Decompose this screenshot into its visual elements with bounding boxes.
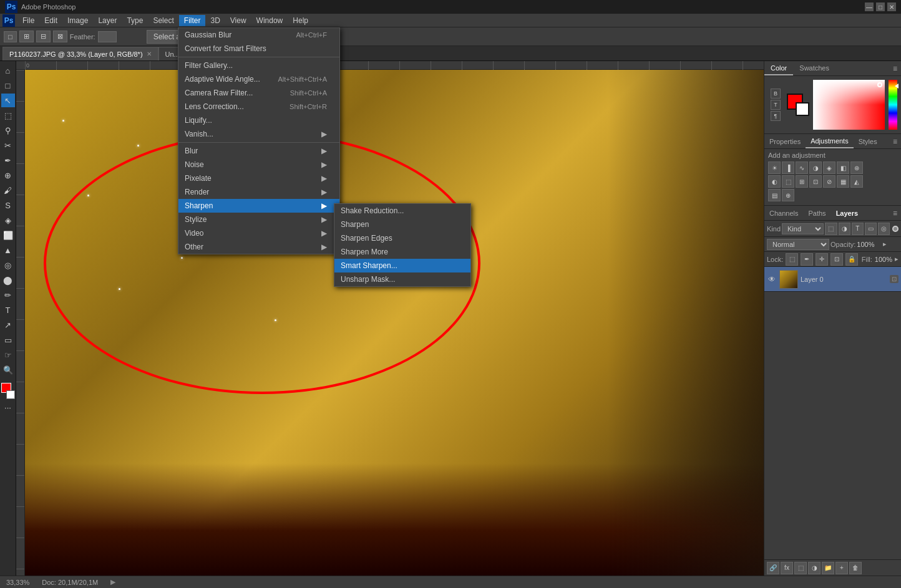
magic-wand-tool[interactable]: ⚲ [1,123,15,137]
levels-adj[interactable]: ▐ [782,161,794,174]
lock-image-btn[interactable]: ✒ [801,253,813,266]
shape-filter[interactable]: ▭ [865,223,877,235]
opacity-arrow[interactable]: ▸ [883,240,887,248]
hand-tool[interactable]: ☞ [1,348,15,362]
filter-gallery[interactable]: Filter Gallery... [178,59,339,72]
home-tool[interactable]: ⌂ [1,64,15,77]
filter-blur[interactable]: Blur ▶ [178,144,339,158]
menu-file[interactable]: File [17,15,39,26]
filter-sharpen[interactable]: Sharpen ▶ [178,199,339,213]
color-panel-menu[interactable]: ≡ [889,62,901,75]
layer-link-btn[interactable]: 🔗 [767,562,779,574]
sharpen-more[interactable]: Sharpen More [334,245,470,259]
filter-liquify[interactable]: Liquify... [178,113,339,127]
paragraph-icon[interactable]: ¶ [771,111,781,121]
blur-tool[interactable]: ◎ [1,258,15,272]
lock-all-btn[interactable]: 🔒 [845,253,858,266]
tab-adjustments[interactable]: Adjustments [806,135,854,148]
lock-artboard-btn[interactable]: ⊡ [830,253,843,266]
exposure-adj[interactable]: ◑ [809,161,822,174]
healing-tool[interactable]: ⊕ [1,168,15,182]
menu-select[interactable]: Select [148,15,178,26]
bg-color-swatch[interactable] [6,390,15,399]
pen-tool[interactable]: ✏ [1,288,15,302]
lasso-tool[interactable]: ⬚ [1,108,15,122]
forward-arrow-icon[interactable]: ▶ [110,578,115,586]
history-tool[interactable]: ◈ [1,213,15,227]
hue-bar[interactable] [889,80,897,130]
channel-mixer-adj[interactable]: ⊞ [796,175,808,188]
close-button[interactable]: ✕ [887,2,896,11]
brightness-contrast-adj[interactable]: ☀ [768,161,781,174]
filter-video[interactable]: Video ▶ [178,226,339,240]
smart-filter[interactable]: ◎ [878,223,890,235]
filter-noise[interactable]: Noise ▶ [178,158,339,171]
vibrance-adj[interactable]: ◈ [823,161,835,174]
brush-tool[interactable]: 🖌 [1,183,15,197]
layers-panel-menu[interactable]: ≡ [889,206,901,220]
minimize-button[interactable]: — [865,2,874,11]
sharpen-shake-reduction[interactable]: Shake Reduction... [334,204,470,218]
move-tool[interactable]: ↖ [1,94,15,107]
tab-main-image[interactable]: P1160237.JPG @ 33,3% (Layer 0, RGB/8*) ✕ [2,47,158,60]
intersect-selection-btn[interactable]: ⊠ [53,31,67,42]
color-lookup-adj[interactable]: ⊡ [809,175,822,188]
layer-delete-btn[interactable]: 🗑 [849,562,862,574]
posterize-adj[interactable]: ▦ [837,175,849,188]
subtract-selection-btn[interactable]: ⊟ [36,31,51,42]
adjustment-filter[interactable]: ◑ [839,223,850,235]
maximize-button[interactable]: □ [876,2,885,11]
filter-convert-smart[interactable]: Convert for Smart Filters [178,42,339,55]
tab-close-icon[interactable]: ✕ [147,51,152,57]
gradient-tool[interactable]: ▲ [1,243,15,257]
tab-swatches[interactable]: Swatches [793,62,835,75]
menu-window[interactable]: Window [251,15,288,26]
eyedropper-tool[interactable]: ✒ [1,153,15,167]
lock-position-btn[interactable]: ✛ [816,253,828,266]
crop-tool[interactable]: ✂ [1,138,15,152]
menu-type[interactable]: Type [122,15,148,26]
sharpen-sharpen[interactable]: Sharpen [334,218,470,231]
menu-layer[interactable]: Layer [93,15,122,26]
color-fg-bg[interactable] [787,94,809,116]
type-tool[interactable]: T [1,303,15,317]
menu-view[interactable]: View [225,15,251,26]
filter-render[interactable]: Render ▶ [178,185,339,199]
filter-camera-raw[interactable]: Camera Raw Filter... Shift+Ctrl+A [178,86,339,100]
filter-stylize[interactable]: Stylize ▶ [178,213,339,226]
color-spectrum[interactable] [813,80,885,130]
filter-lens-correction[interactable]: Lens Correction... Shift+Ctrl+R [178,100,339,113]
filter-adaptive-wide[interactable]: Adaptive Wide Angle... Alt+Shift+Ctrl+A [178,72,339,86]
color-balance-adj[interactable]: ⊛ [850,161,863,174]
pixel-filter[interactable]: ⬚ [825,223,837,235]
feather-input[interactable] [98,31,117,42]
adj-panel-menu[interactable]: ≡ [889,135,901,148]
threshold-adj[interactable]: ◭ [850,175,863,188]
tab-styles[interactable]: Styles [854,135,882,148]
photo-filter-adj[interactable]: ⬚ [782,175,794,188]
sharpen-unsharp-mask[interactable]: Unsharp Mask... [334,272,470,286]
fill-arrow[interactable]: ▸ [895,255,899,263]
kind-select[interactable]: Kind [782,223,824,234]
layer-visibility-icon[interactable]: 👁 [767,275,777,284]
layer-fx-btn[interactable]: fx [781,562,793,574]
selective-color-adj[interactable]: ⊕ [782,189,794,201]
bw-adj[interactable]: ◐ [768,175,781,188]
new-selection-btn[interactable]: □ [4,31,17,42]
lock-transparent-btn[interactable]: ⬚ [786,253,798,266]
shape-tool[interactable]: ▭ [1,333,15,347]
tab-paths[interactable]: Paths [803,207,830,219]
layer-new-btn[interactable]: + [835,562,848,574]
gradient-map-adj[interactable]: ▤ [768,189,781,201]
layer-mask-btn[interactable]: ⬚ [794,562,807,574]
tab-layers[interactable]: Layers [831,207,863,219]
clone-tool[interactable]: S [1,198,15,212]
marquee-tool[interactable]: □ [1,79,15,92]
color-indicator[interactable] [1,383,15,399]
menu-filter[interactable]: Filter [179,15,206,26]
filter-pixelate[interactable]: Pixelate ▶ [178,171,339,185]
eraser-tool[interactable]: ⬜ [1,228,15,242]
tab-color[interactable]: Color [764,62,793,75]
dodge-tool[interactable]: ⬤ [1,273,15,287]
tab-channels[interactable]: Channels [764,207,803,219]
